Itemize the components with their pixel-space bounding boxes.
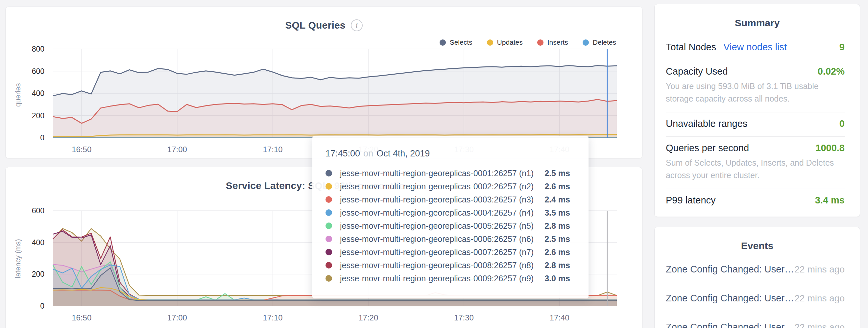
p99-latency-label: P99 latency <box>666 195 716 206</box>
legend-label: Selects <box>450 38 472 46</box>
node-name: jesse-movr-multi-region-georeplicas-0008… <box>340 261 534 270</box>
tooltip-time: 17:45:00 <box>326 149 360 158</box>
legend-item-updates: Updates <box>487 38 523 46</box>
legend-item-selects: Selects <box>440 38 472 46</box>
event-label[interactable]: Zone Config Changed: User… <box>666 264 794 275</box>
node-name: jesse-movr-multi-region-georeplicas-0009… <box>340 274 534 283</box>
legend-item-deletes: Deletes <box>583 38 616 46</box>
tooltip-connector: on <box>363 149 373 158</box>
y-tick-label: 200 <box>32 111 44 120</box>
x-tick-label: 17:10 <box>263 145 283 154</box>
event-row[interactable]: Zone Config Changed: User…22 mins ago <box>666 313 845 328</box>
node-color-dot-icon <box>326 223 332 229</box>
tooltip-node-row: jesse-movr-multi-region-georeplicas-0002… <box>326 180 570 193</box>
x-tick-label: 16:50 <box>72 145 91 154</box>
sql-queries-chart-card: SQL Queries i SelectsUpdatesInsertsDelet… <box>5 7 643 158</box>
p99-latency-row: P99 latency 3.4 ms <box>666 189 845 213</box>
node-latency-value: 2.5 ms <box>545 169 570 178</box>
x-tick-label: 17:30 <box>454 313 474 322</box>
node-color-dot-icon <box>326 249 332 255</box>
node-color-dot-icon <box>326 183 332 190</box>
node-name: jesse-movr-multi-region-georeplicas-0007… <box>340 248 534 257</box>
event-label[interactable]: Zone Config Changed: User… <box>666 293 794 304</box>
summary-panel: Summary Total Nodes View nodes list 9 Ca… <box>654 4 860 217</box>
tooltip-node-row: jesse-movr-multi-region-georeplicas-0005… <box>326 219 570 232</box>
chart-legend: SelectsUpdatesInsertsDeletes <box>440 38 616 46</box>
legend-dot-icon <box>537 39 544 46</box>
node-latency-value: 2.8 ms <box>545 261 570 270</box>
tooltip-node-row: jesse-movr-multi-region-georeplicas-0003… <box>326 193 570 206</box>
legend-label: Deletes <box>593 38 616 46</box>
view-nodes-list-link[interactable]: View nodes list <box>723 42 787 53</box>
y-tick-label: 0 <box>40 133 44 142</box>
total-nodes-label: Total Nodes <box>666 42 716 53</box>
queries-per-second-row: Queries per second 1000.8 Sum of Selects… <box>666 136 845 189</box>
y-tick-label: 600 <box>32 206 44 215</box>
node-name: jesse-movr-multi-region-georeplicas-0005… <box>340 221 534 231</box>
queries-per-second-note: Sum of Selects, Updates, Inserts, and De… <box>666 157 845 182</box>
event-row[interactable]: Zone Config Changed: User…22 mins ago <box>666 263 845 284</box>
y-tick-label: 0 <box>40 302 44 310</box>
node-latency-value: 3.5 ms <box>545 208 570 218</box>
legend-dot-icon <box>487 39 493 46</box>
node-latency-value: 2.6 ms <box>545 182 570 191</box>
info-icon[interactable]: i <box>351 20 363 31</box>
event-time: 22 mins ago <box>794 264 845 275</box>
node-latency-value: 2.5 ms <box>545 234 570 244</box>
node-color-dot-icon <box>326 170 332 176</box>
x-tick-label: 17:20 <box>359 313 378 322</box>
tooltip-node-row: jesse-movr-multi-region-georeplicas-0004… <box>326 206 570 219</box>
legend-label: Updates <box>497 38 523 46</box>
tooltip-node-row: jesse-movr-multi-region-georeplicas-0008… <box>326 259 570 272</box>
x-tick-label: 17:10 <box>263 313 283 322</box>
tooltip-rows: jesse-movr-multi-region-georeplicas-0001… <box>326 167 570 285</box>
node-color-dot-icon <box>326 196 332 203</box>
events-panel: Events Zone Config Changed: User…22 mins… <box>654 227 860 328</box>
capacity-used-value: 0.02% <box>818 66 845 77</box>
capacity-used-row: Capacity Used 0.02% You are using 593.0 … <box>666 60 845 112</box>
node-latency-value: 2.4 ms <box>545 195 570 204</box>
summary-title: Summary <box>655 4 860 40</box>
legend-dot-icon <box>440 39 446 46</box>
legend-label: Inserts <box>548 38 568 46</box>
total-nodes-row: Total Nodes View nodes list 9 <box>666 40 845 60</box>
event-time: 22 mins ago <box>794 293 845 304</box>
tooltip-date: Oct 4th, 2019 <box>376 149 430 158</box>
y-tick-label: 400 <box>32 89 44 98</box>
node-name: jesse-movr-multi-region-georeplicas-0001… <box>340 169 534 178</box>
legend-dot-icon <box>583 39 589 46</box>
queries-per-second-value: 1000.8 <box>815 143 845 154</box>
x-tick-label: 17:00 <box>167 313 187 322</box>
capacity-used-label: Capacity Used <box>666 66 728 77</box>
y-tick-label: 400 <box>32 238 44 247</box>
tooltip-node-row: jesse-movr-multi-region-georeplicas-0001… <box>326 167 570 180</box>
p99-latency-value: 3.4 ms <box>815 195 845 206</box>
tooltip-node-row: jesse-movr-multi-region-georeplicas-0009… <box>326 272 570 285</box>
y-tick-label: 800 <box>32 45 44 53</box>
node-color-dot-icon <box>326 275 332 282</box>
unavailable-ranges-label: Unavailable ranges <box>666 118 747 129</box>
x-tick-label: 16:50 <box>72 313 91 322</box>
node-name: jesse-movr-multi-region-georeplicas-0002… <box>340 182 534 191</box>
x-tick-label: 17:40 <box>550 313 569 322</box>
y-tick-label: 600 <box>32 67 44 75</box>
node-name: jesse-movr-multi-region-georeplicas-0004… <box>340 208 534 218</box>
total-nodes-value: 9 <box>839 42 845 53</box>
x-tick-label: 17:00 <box>167 145 187 154</box>
node-latency-value: 2.6 ms <box>545 248 570 257</box>
events-title: Events <box>655 227 860 263</box>
node-color-dot-icon <box>326 209 332 216</box>
legend-item-inserts: Inserts <box>537 38 568 46</box>
event-label[interactable]: Zone Config Changed: User… <box>666 322 794 328</box>
chart-title: SQL Queries <box>285 20 345 31</box>
queries-per-second-label: Queries per second <box>666 143 749 154</box>
node-name: jesse-movr-multi-region-georeplicas-0006… <box>340 234 534 244</box>
chart-header: SQL Queries i <box>6 20 642 31</box>
unavailable-ranges-value: 0 <box>839 118 845 129</box>
events-list: Zone Config Changed: User…22 mins agoZon… <box>666 263 845 328</box>
node-color-dot-icon <box>326 236 332 242</box>
tooltip-node-row: jesse-movr-multi-region-georeplicas-0007… <box>326 245 570 259</box>
capacity-used-note: You are using 593.0 MiB of 3.1 TiB usabl… <box>666 80 845 105</box>
event-row[interactable]: Zone Config Changed: User…22 mins ago <box>666 284 845 313</box>
event-time: 22 mins ago <box>794 322 845 328</box>
